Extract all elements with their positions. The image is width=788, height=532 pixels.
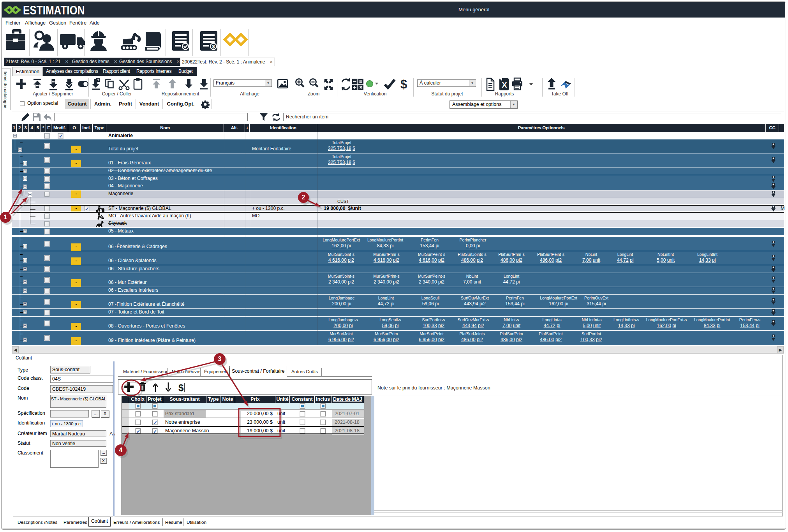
svg-text:$: $ [178,382,184,393]
svg-text:$: $ [400,78,407,91]
svg-text:X: X [502,81,507,89]
svg-text:$: $ [212,44,215,49]
